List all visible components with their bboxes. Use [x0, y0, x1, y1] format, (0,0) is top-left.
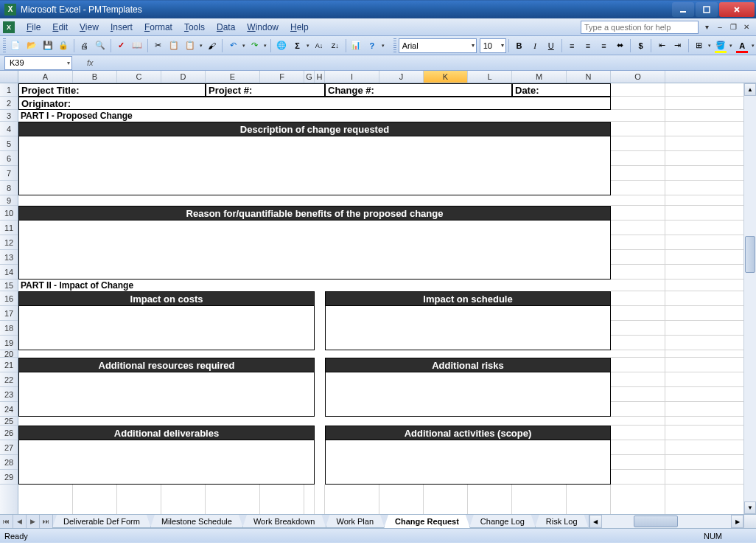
row-header-29[interactable]: 29 [0, 470, 18, 485]
row-header-4[interactable]: 4 [0, 122, 18, 136]
column-header-B[interactable]: B [73, 71, 117, 83]
merge-center-button[interactable]: ⬌ [612, 38, 627, 54]
menu-tools[interactable]: Tools [178, 21, 211, 34]
workbook-restore-button[interactable]: ❐ [728, 22, 738, 32]
cells-area[interactable]: Project Title:Project #:Change #:Date:Or… [18, 83, 756, 514]
scroll-down-button[interactable]: ▼ [744, 501, 756, 514]
select-all-corner[interactable] [0, 71, 18, 83]
column-header-J[interactable]: J [379, 71, 424, 83]
help-search-input[interactable] [581, 21, 699, 34]
paste-dropdown[interactable]: ▾ [198, 43, 204, 49]
increase-indent-button[interactable]: ⇥ [671, 38, 685, 54]
row-header-16[interactable]: 16 [0, 291, 18, 306]
help-dropdown-icon[interactable]: ▾ [701, 22, 712, 32]
open-button[interactable]: 📂 [24, 38, 39, 54]
row-header-21[interactable]: 21 [0, 358, 18, 372]
column-header-H[interactable]: H [315, 71, 325, 83]
toolbar-options-dropdown[interactable]: ▾ [380, 43, 386, 49]
column-header-O[interactable]: O [611, 71, 665, 83]
hyperlink-button[interactable]: 🌐 [274, 38, 289, 54]
tab-nav-prev[interactable]: ◀ [13, 515, 27, 528]
sort-desc-button[interactable]: Z↓ [328, 38, 343, 54]
fill-color-dropdown[interactable]: ▾ [729, 43, 735, 49]
row-header-6[interactable]: 6 [0, 151, 18, 166]
sheet-tab-work-plan[interactable]: Work Plan [326, 515, 385, 528]
scroll-right-button[interactable]: ▶ [731, 515, 743, 528]
underline-button[interactable]: U [544, 38, 559, 54]
row-header-27[interactable]: 27 [0, 440, 18, 455]
menu-format[interactable]: Format [139, 21, 178, 34]
column-header-A[interactable]: A [18, 71, 73, 83]
fx-button[interactable]: fx [87, 58, 94, 67]
row-header-18[interactable]: 18 [0, 321, 18, 336]
row-header-20[interactable]: 20 [0, 350, 18, 358]
undo-dropdown[interactable]: ▾ [241, 43, 247, 49]
save-button[interactable]: 💾 [41, 38, 55, 54]
new-button[interactable]: 📄 [9, 38, 24, 54]
paste-button[interactable]: 📋 [183, 38, 197, 54]
scroll-up-button[interactable]: ▲ [744, 83, 756, 96]
column-header-L[interactable]: L [468, 71, 512, 83]
workbook-minimize-button[interactable]: – [715, 22, 725, 32]
row-header-14[interactable]: 14 [0, 265, 18, 280]
column-header-F[interactable]: F [260, 71, 304, 83]
row-header-8[interactable]: 8 [0, 181, 18, 195]
sheet-tab-work-breakdown[interactable]: Work Breakdown [242, 515, 326, 528]
row-header-28[interactable]: 28 [0, 455, 18, 470]
currency-button[interactable]: $ [634, 38, 648, 54]
vertical-scroll-track[interactable] [744, 96, 756, 501]
menu-insert[interactable]: Insert [105, 21, 139, 34]
name-box[interactable]: K39▾ [4, 56, 72, 70]
row-header-12[interactable]: 12 [0, 235, 18, 250]
window-maximize-button[interactable] [696, 2, 718, 17]
font-name-combo[interactable]: Arial▾ [399, 38, 477, 53]
workbook-control-icon[interactable]: X [3, 21, 15, 33]
row-header-13[interactable]: 13 [0, 250, 18, 265]
align-center-button[interactable]: ≡ [581, 38, 595, 54]
menu-view[interactable]: View [74, 21, 105, 34]
row-header-10[interactable]: 10 [0, 206, 18, 221]
borders-dropdown[interactable]: ▾ [707, 43, 713, 49]
sheet-tab-risk-log[interactable]: Risk Log [535, 515, 589, 528]
toolbar-handle[interactable] [3, 38, 6, 53]
column-header-K[interactable]: K [424, 71, 468, 83]
cut-button[interactable]: ✂ [151, 38, 166, 54]
spelling-button[interactable]: ✓ [114, 38, 129, 54]
autosum-dropdown[interactable]: ▾ [305, 43, 311, 49]
borders-button[interactable]: ⊞ [691, 38, 706, 54]
column-header-G[interactable]: G [304, 71, 315, 83]
formula-input[interactable] [99, 56, 756, 70]
menu-data[interactable]: Data [211, 21, 241, 34]
redo-button[interactable]: ↷ [248, 38, 262, 54]
column-header-C[interactable]: C [117, 71, 161, 83]
print-button[interactable]: 🖨 [77, 38, 92, 54]
window-minimize-button[interactable] [672, 2, 694, 17]
row-header-26[interactable]: 26 [0, 426, 18, 440]
formatting-toolbar-handle[interactable] [393, 38, 396, 53]
row-header-1[interactable]: 1 [0, 83, 18, 97]
bold-button[interactable]: B [512, 38, 527, 54]
font-color-button[interactable]: A [735, 38, 749, 54]
row-header-25[interactable]: 25 [0, 417, 18, 426]
row-header-5[interactable]: 5 [0, 136, 18, 151]
row-header-24[interactable]: 24 [0, 402, 18, 417]
scroll-left-button[interactable]: ◀ [589, 515, 602, 528]
menu-edit[interactable]: Edit [46, 21, 74, 34]
window-close-button[interactable] [719, 2, 755, 17]
row-header-9[interactable]: 9 [0, 195, 18, 206]
undo-button[interactable]: ↶ [225, 38, 240, 54]
sheet-tab-change-request[interactable]: Change Request [384, 515, 470, 528]
workbook-close-button[interactable]: ✕ [741, 22, 752, 32]
format-painter-button[interactable]: 🖌 [205, 38, 220, 54]
menu-file[interactable]: File [21, 21, 46, 34]
research-button[interactable]: 📖 [130, 38, 145, 54]
help-button[interactable]: ? [365, 38, 379, 54]
row-header-17[interactable]: 17 [0, 306, 18, 321]
row-header-15[interactable]: 15 [0, 280, 18, 291]
column-header-I[interactable]: I [325, 71, 379, 83]
row-header-22[interactable]: 22 [0, 372, 18, 387]
italic-button[interactable]: I [528, 38, 542, 54]
align-right-button[interactable]: ≡ [597, 38, 612, 54]
font-size-combo[interactable]: 10▾ [480, 38, 506, 53]
tab-nav-first[interactable]: ⏮ [0, 515, 13, 528]
